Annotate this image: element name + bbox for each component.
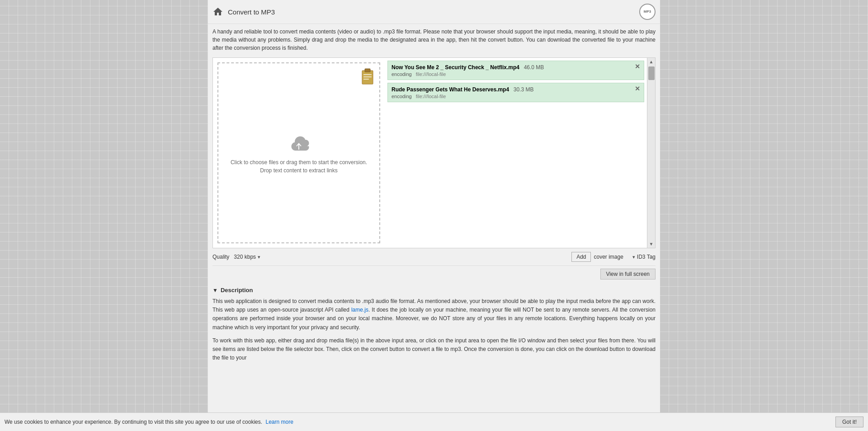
fullscreen-bar: View in full screen — [212, 266, 656, 282]
file-item: Now You See Me 2 _ Security Check _ Netf… — [387, 61, 644, 80]
file-close-button[interactable]: ✕ — [635, 63, 640, 70]
cookie-bar: We use cookies to enhance your experienc… — [0, 412, 868, 431]
options-bar: Quality 320 kbps ▾ Add cover image ▾ ID3… — [212, 248, 656, 266]
drop-zone-instruction: Click to choose files or drag them to st… — [218, 158, 379, 175]
scrollbar[interactable]: ▲ ▼ — [647, 58, 655, 248]
svg-rect-2 — [363, 74, 372, 75]
file-item-name: Now You See Me 2 _ Security Check _ Netf… — [392, 64, 640, 71]
file-close-button[interactable]: ✕ — [635, 85, 640, 92]
description-section: ▼ Description This web application is de… — [212, 287, 656, 362]
home-icon[interactable] — [212, 6, 223, 17]
cookie-accept-button[interactable]: Got it! — [835, 417, 863, 427]
scroll-thumb[interactable] — [648, 66, 655, 80]
cover-image-label: cover image — [594, 254, 623, 260]
svg-rect-3 — [363, 76, 372, 77]
quality-selector[interactable]: Quality 320 kbps ▾ — [212, 254, 571, 260]
svg-rect-1 — [365, 69, 370, 72]
description-paragraph-1: This web application is designed to conv… — [212, 297, 656, 332]
svg-rect-4 — [363, 79, 369, 80]
file-list-panel: Now You See Me 2 _ Security Check _ Netf… — [385, 58, 647, 248]
fullscreen-button[interactable]: View in full screen — [600, 269, 656, 279]
header: Convert to MP3 MP3 — [208, 0, 660, 24]
file-item-name: Rude Passenger Gets What He Deserves.mp4… — [392, 86, 640, 93]
clipboard-icon — [360, 68, 375, 88]
add-cover-image-button[interactable]: Add — [571, 252, 591, 262]
scroll-down-arrow[interactable]: ▼ — [647, 240, 655, 248]
drop-zone[interactable]: Click to choose files or drag them to st… — [217, 62, 380, 243]
app-logo: MP3 — [639, 4, 656, 20]
description-paragraph-2: To work with this web app, either drag a… — [212, 336, 656, 363]
lame-js-link[interactable]: lame.js — [351, 307, 368, 313]
scroll-up-arrow[interactable]: ▲ — [647, 58, 655, 66]
description-header: ▼ Description — [212, 287, 656, 294]
id3-tag-section[interactable]: ▾ ID3 Tag — [632, 254, 656, 260]
intro-description: A handy and reliable tool to convert med… — [208, 24, 660, 57]
description-title: Description — [221, 287, 253, 294]
cookie-learn-more-link[interactable]: Learn more — [265, 419, 293, 425]
file-item-status: encoding file:///local-file — [392, 94, 640, 99]
cookie-text: We use cookies to enhance your experienc… — [5, 419, 828, 425]
page-title: Convert to MP3 — [228, 8, 639, 16]
upload-icon — [285, 131, 312, 154]
description-arrow: ▼ — [212, 287, 218, 294]
file-item: Rude Passenger Gets What He Deserves.mp4… — [387, 83, 644, 102]
file-item-status: encoding file:///local-file — [392, 71, 640, 77]
cover-image-section: Add cover image — [571, 252, 623, 262]
